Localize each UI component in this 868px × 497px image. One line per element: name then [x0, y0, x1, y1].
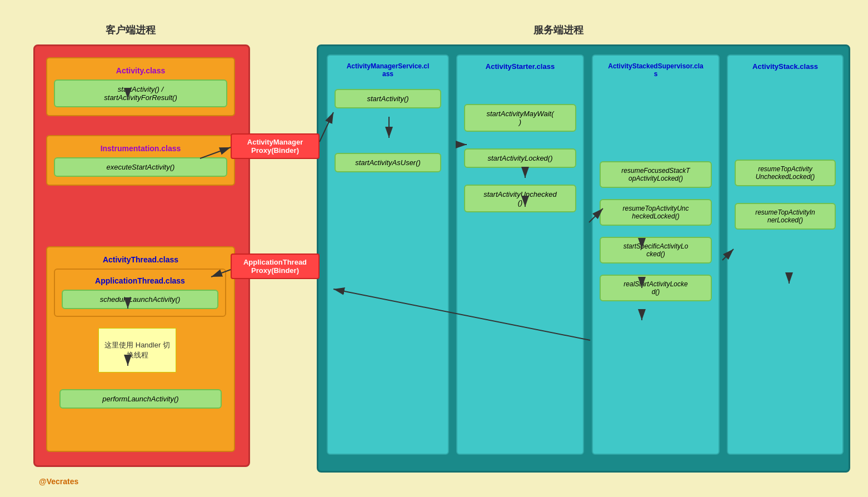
ams-start-activity: startActivity() — [335, 89, 441, 108]
footer-text: @Vecrates — [39, 477, 78, 486]
resume-top-activity-inner-locked: resumeTopActivityInnerLocked() — [735, 203, 836, 230]
resume-top-activity-unchecked: resumeTopActivityUncheckedLocked() — [600, 199, 712, 226]
start-activity-may-wait: startActivityMayWait() — [464, 104, 576, 132]
instrumentation-class-box: Instrumentation.class executeStartActivi… — [46, 135, 235, 186]
ams-label: ActivityManagerService.class — [335, 62, 441, 78]
activity-manager-proxy-label: ActivityManager Proxy(Binder) — [231, 133, 320, 159]
activity-stacked-supervisor-label: ActivityStackedSupervisor.clas — [600, 62, 712, 78]
start-activity-unchecked: startActivityUnchecked() — [464, 185, 576, 212]
start-activity-method: startActivity() /startActivityForResult(… — [54, 79, 227, 107]
client-process-box: Activity.class startActivity() /startAct… — [33, 44, 250, 467]
start-specific-activity: startSpecificActivityLocked() — [600, 237, 712, 264]
real-start-activity: realStartActivityLocked() — [600, 275, 712, 301]
resume-focused-stack: resumeFocusedStackTopActivityLocked() — [600, 161, 712, 188]
start-activity-locked: startActivityLocked() — [464, 148, 576, 168]
activity-stack-label: ActivityStack.class — [735, 62, 836, 71]
application-thread-proxy-label: ApplicationThread Proxy(Binder) — [231, 254, 320, 279]
app-thread-label: ApplicationThread.class — [62, 276, 218, 285]
activity-thread-box: ActivityThread.class ApplicationThread.c… — [46, 246, 235, 452]
perform-launch-activity-method: performLaunchActivity() — [59, 389, 222, 409]
activity-class-label: Activity.class — [54, 66, 227, 75]
activity-thread-label: ActivityThread.class — [54, 255, 227, 264]
execute-start-activity-method: executeStartActivity() — [54, 157, 227, 177]
app-thread-box: ApplicationThread.class scheduleLaunchAc… — [54, 269, 226, 317]
ams-box: ActivityManagerService.class startActivi… — [327, 54, 449, 455]
activity-stack-box: ActivityStack.class resumeTopActivityUnc… — [727, 54, 844, 455]
activity-starter-box: ActivityStarter.class startActivityMayWa… — [456, 54, 584, 455]
activity-class-box: Activity.class startActivity() /startAct… — [46, 57, 235, 116]
ams-start-activity-as-user: startActivityAsUser() — [335, 153, 441, 172]
activity-starter-label: ActivityStarter.class — [464, 62, 576, 71]
instrumentation-class-label: Instrumentation.class — [54, 144, 227, 153]
client-title: 客户端进程 — [106, 23, 156, 37]
server-process-box: ActivityManagerService.class startActivi… — [317, 44, 850, 473]
handler-note: 这里使用 Handler 切换线程 — [98, 328, 176, 372]
diagram-container: 客户端进程 服务端进程 Activity.class startActivity… — [0, 0, 868, 497]
server-title: 服务端进程 — [533, 23, 583, 37]
schedule-launch-activity-method: scheduleLaunchActivity() — [62, 290, 218, 309]
activity-stacked-supervisor-box: ActivityStackedSupervisor.clas resumeFoc… — [592, 54, 720, 455]
resume-top-activity-unchecked-locked: resumeTopActivityUncheckedLocked() — [735, 160, 836, 186]
